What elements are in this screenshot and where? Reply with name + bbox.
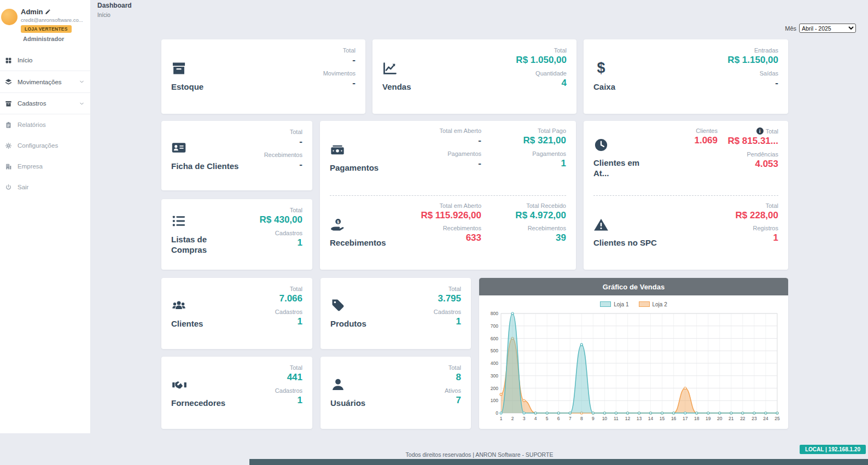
svg-text:19: 19 bbox=[706, 416, 711, 421]
dollar-icon: $ bbox=[593, 61, 615, 76]
stat: Cadastros 1 bbox=[275, 309, 302, 327]
stat: Cadastros 1 bbox=[275, 230, 302, 248]
stat-label: Cadastros bbox=[275, 387, 302, 394]
page-head: Dashboard Início bbox=[97, 2, 132, 18]
svg-text:24: 24 bbox=[763, 416, 768, 421]
stat: Quantidade 4 bbox=[535, 70, 567, 89]
stat-label: Recebimentos bbox=[528, 225, 566, 231]
svg-text:700: 700 bbox=[491, 323, 498, 329]
stat-value: 1 bbox=[456, 316, 461, 327]
stat: Total 8 bbox=[448, 364, 461, 383]
legend-item[interactable]: Loja 1 bbox=[600, 301, 628, 307]
stat: Pagamentos - bbox=[447, 150, 481, 169]
stat: Total em Aberto R$ 115.926,00 bbox=[421, 202, 481, 221]
month-select[interactable]: Abril - 2025 bbox=[799, 24, 856, 33]
stat-value: 3.795 bbox=[438, 293, 461, 304]
stat-label: Movimentos bbox=[323, 70, 356, 77]
sidebar-item-configuracoes[interactable]: Configurações bbox=[0, 135, 90, 156]
nav-label: Cadastros bbox=[18, 100, 46, 107]
local-badge: LOCAL | 192.168.1.20 bbox=[800, 445, 866, 454]
stat-label: i Total bbox=[756, 127, 778, 135]
dashboard-screen: Admin credit@anronsoftware.co... LOJA VE… bbox=[0, 0, 868, 465]
stat-label: Pagamentos bbox=[532, 150, 566, 157]
clock-icon bbox=[593, 137, 657, 153]
stat: Recebimentos - bbox=[264, 152, 302, 170]
avatar[interactable] bbox=[1, 9, 18, 25]
sidebar-item-movimentacoes[interactable]: Movimentações bbox=[0, 71, 90, 92]
card-listas-compras: Listas de Compras Total R$ 430,00 Cadast… bbox=[161, 199, 312, 270]
stat: Total R$ 430,00 bbox=[260, 207, 302, 225]
stat-label: Registros bbox=[753, 225, 778, 231]
stat: Recebimentos 39 bbox=[528, 225, 566, 243]
stat-value: - bbox=[352, 78, 356, 89]
stat: Total - bbox=[290, 129, 302, 147]
legend-item[interactable]: Loja 2 bbox=[639, 301, 667, 307]
stat: Ativos 7 bbox=[445, 387, 461, 406]
svg-text:3: 3 bbox=[523, 416, 526, 421]
sidebar-item-empresa[interactable]: Empresa bbox=[0, 156, 90, 177]
stat-value: 7.066 bbox=[279, 293, 302, 304]
stat-label: Clientes bbox=[696, 127, 718, 134]
stat-value: 39 bbox=[556, 233, 566, 243]
stat-label: Pagamentos bbox=[447, 150, 481, 157]
stat-value: R$ 815.31... bbox=[727, 136, 778, 147]
stat-value: 1 bbox=[773, 233, 778, 243]
sidebar-item-sair[interactable]: Sair bbox=[0, 177, 90, 197]
stat-value: 7 bbox=[456, 395, 461, 406]
grid-icon bbox=[4, 57, 13, 64]
svg-text:100: 100 bbox=[491, 398, 498, 403]
power-icon bbox=[4, 184, 13, 191]
info-icon[interactable]: i bbox=[756, 127, 764, 135]
month-filter: Mês Abril - 2025 bbox=[785, 24, 856, 33]
svg-text:21: 21 bbox=[729, 416, 734, 421]
stat-value: - bbox=[775, 78, 778, 89]
card-title: Produtos bbox=[330, 319, 366, 329]
svg-text:25: 25 bbox=[774, 416, 780, 421]
stat-value: 1 bbox=[298, 316, 302, 327]
breadcrumb: Início bbox=[97, 12, 132, 18]
stat-label: Total bbox=[290, 364, 302, 371]
stat: Total R$ 228,00 bbox=[736, 202, 778, 221]
stat: Movimentos - bbox=[323, 70, 356, 89]
card-caixa: $ Caixa Entradas R$ 1.150,00 Saídas - bbox=[584, 39, 788, 114]
sidebar-item-cadastros[interactable]: Cadastros bbox=[0, 92, 90, 114]
svg-text:11: 11 bbox=[614, 416, 619, 421]
bottom-bar bbox=[249, 459, 868, 465]
sidebar-item-inicio[interactable]: Início bbox=[0, 50, 90, 71]
card-pagamentos-recebimentos: Pagamentos Total em Aberto - Pagamentos … bbox=[320, 121, 576, 270]
legend-swatch bbox=[639, 301, 650, 307]
stat: Total R$ 1.050,00 bbox=[516, 47, 567, 66]
legend-label: Loja 1 bbox=[614, 301, 628, 307]
card-vendas: Vendas Total R$ 1.050,00 Quantidade 4 bbox=[372, 39, 576, 114]
svg-text:13: 13 bbox=[637, 416, 642, 421]
card-clientes-atraso-spc: Clientes em At... Clientes 1.069 bbox=[584, 121, 788, 270]
sales-chart-title: Gráfico de Vendas bbox=[479, 278, 788, 295]
sidebar-nav: Início Movimentações Cadastros bbox=[0, 50, 90, 197]
tag-icon bbox=[330, 298, 366, 313]
stat-label: Recebimentos bbox=[264, 152, 302, 158]
edit-pencil-icon[interactable] bbox=[45, 9, 51, 15]
stat-label: Total Pago bbox=[538, 127, 566, 134]
chevron-down-icon bbox=[79, 101, 85, 107]
stat-value: R$ 1.050,00 bbox=[516, 55, 567, 66]
svg-text:9: 9 bbox=[592, 416, 595, 421]
svg-text:18: 18 bbox=[694, 416, 700, 421]
nav-label: Empresa bbox=[18, 163, 43, 170]
card-title: Usuários bbox=[330, 398, 365, 409]
stat-value: - bbox=[299, 159, 302, 170]
stat-label: Total Recebido bbox=[526, 202, 566, 209]
stat-value: 8 bbox=[456, 372, 461, 383]
card-title: Vendas bbox=[382, 82, 411, 92]
sidebar-item-relatorios[interactable]: Relatórios bbox=[0, 114, 90, 135]
card-title: Pagamentos bbox=[330, 163, 397, 173]
people-icon bbox=[171, 298, 203, 313]
warning-icon bbox=[593, 217, 670, 233]
cards-grid: Estoque Total - Movimentos - bbox=[161, 39, 788, 429]
svg-text:17: 17 bbox=[683, 416, 688, 421]
stat: Total 441 bbox=[287, 364, 302, 383]
stat-label: Total bbox=[448, 364, 461, 371]
recebimentos-section: $ Recebimentos Total em Aberto R$ 115.92… bbox=[320, 196, 576, 270]
stat-label: Recebimentos bbox=[443, 225, 481, 231]
svg-text:10: 10 bbox=[602, 416, 608, 421]
stat-label: Total em Aberto bbox=[440, 202, 481, 209]
